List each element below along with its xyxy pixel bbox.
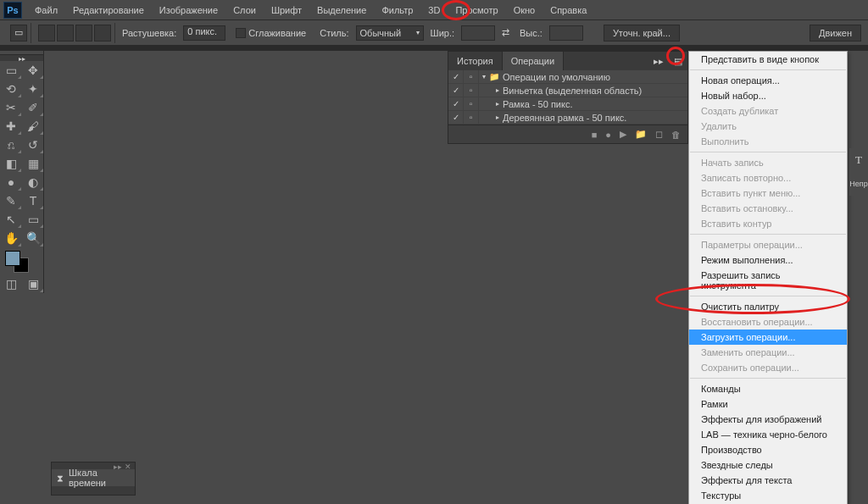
folder-icon: 📁	[489, 72, 499, 81]
ctx-replace-actions: Заменить операции...	[689, 345, 847, 360]
tab-actions[interactable]: Операции	[503, 52, 564, 70]
history-brush-tool-icon[interactable]: ↺	[22, 136, 44, 154]
menu-layers[interactable]: Слои	[225, 2, 264, 19]
toggle-check-icon[interactable]: ✓	[448, 97, 464, 111]
menu-image[interactable]: Изображение	[152, 2, 225, 19]
wand-tool-icon[interactable]: ✦	[22, 80, 44, 98]
color-swatches[interactable]	[0, 247, 43, 274]
ctx-button-mode[interactable]: Представить в виде кнопок	[689, 52, 847, 67]
ctx-clear-actions[interactable]: Очистить палитру	[689, 299, 847, 314]
ctx-new-set[interactable]: Новый набор...	[689, 88, 847, 103]
new-action-icon[interactable]: ◻	[655, 129, 663, 140]
swap-icon[interactable]: ⇄	[498, 27, 513, 38]
blur-tool-icon[interactable]: ●	[0, 173, 22, 191]
delete-icon[interactable]: 🗑	[671, 130, 681, 140]
menu-bar: Ps Файл Редактирование Изображение Слои …	[0, 0, 868, 20]
menu-edit[interactable]: Редактирование	[65, 2, 152, 19]
expand-arrow-icon[interactable]: ▾	[482, 73, 486, 80]
stamp-tool-icon[interactable]: ⎌	[0, 136, 22, 154]
record-icon[interactable]: ●	[605, 130, 611, 140]
action-row[interactable]: ✓ ▫ ▸Деревянная рамка - 50 пикс.	[448, 111, 687, 125]
new-set-icon[interactable]: 📁	[635, 129, 647, 140]
toggle-dialog-icon[interactable]: ▫	[464, 111, 479, 125]
height-input[interactable]	[549, 25, 583, 41]
refine-edge-button[interactable]: Уточн. край...	[604, 25, 680, 42]
expand-arrow-icon[interactable]: ▸	[496, 100, 499, 108]
motion-button[interactable]: Движен	[810, 25, 861, 42]
toggle-check-icon[interactable]: ✓	[448, 84, 464, 97]
menu-select[interactable]: Выделение	[309, 2, 374, 19]
ctx-save-actions: Сохранить операции...	[689, 360, 847, 375]
ctx-image-effects[interactable]: Эффекты для изображений	[689, 412, 847, 427]
menu-file[interactable]: Файл	[27, 2, 65, 19]
brush-tool-icon[interactable]: 🖌	[22, 117, 44, 136]
toggle-dialog-icon[interactable]: ▫	[464, 97, 479, 111]
action-set-row[interactable]: ✓ ▫ ▾📁Операции по умолчанию	[448, 70, 687, 84]
marquee-tool-icon[interactable]: ▭	[0, 61, 22, 80]
dodge-tool-icon[interactable]: ◐	[22, 173, 44, 191]
selection-add-icon[interactable]	[57, 25, 74, 42]
feather-input[interactable]: 0 пикс.	[183, 25, 225, 41]
selection-subtract-icon[interactable]	[75, 25, 92, 42]
shape-tool-icon[interactable]: ▭	[22, 210, 44, 229]
panel-collapse-icon[interactable]: ▸▸	[648, 56, 669, 67]
action-row[interactable]: ✓ ▫ ▸Виньетка (выделенная область)	[448, 84, 687, 97]
ctx-action-options: Параметры операции...	[689, 237, 847, 252]
crop-tool-icon[interactable]: ✂	[0, 98, 22, 117]
hand-tool-icon[interactable]: ✋	[0, 229, 22, 247]
tool-preset-icon[interactable]: ▭	[10, 25, 27, 42]
ctx-new-action[interactable]: Новая операция...	[689, 73, 847, 88]
play-icon[interactable]: ▶	[620, 129, 626, 140]
menu-help[interactable]: Справка	[542, 2, 594, 19]
antialias-checkbox[interactable]	[236, 28, 246, 38]
menu-3d[interactable]: 3D	[420, 2, 448, 19]
eraser-tool-icon[interactable]: ◧	[0, 154, 22, 173]
ctx-lab[interactable]: LAB — техника черно-белого	[689, 427, 847, 442]
tab-history[interactable]: История	[448, 52, 503, 70]
width-input[interactable]	[461, 25, 495, 41]
feather-label: Растушевка:	[119, 28, 180, 38]
right-panel-label[interactable]: Непр	[849, 172, 868, 196]
zoom-tool-icon[interactable]: 🔍	[22, 229, 44, 247]
ctx-textures[interactable]: Текстуры	[689, 488, 847, 503]
pen-tool-icon[interactable]: ✎	[0, 191, 22, 210]
panel-menu-icon[interactable]: ▤	[669, 56, 687, 67]
ctx-load-actions[interactable]: Загрузить операции...	[689, 330, 847, 345]
expand-arrow-icon[interactable]: ▸	[496, 114, 499, 121]
style-select[interactable]: Обычный▾	[356, 25, 424, 41]
menu-window[interactable]: Окно	[506, 2, 543, 19]
quickmask-tool-icon[interactable]: ◫	[0, 274, 22, 293]
panel-context-menu: Представить в виде кнопок Новая операция…	[688, 51, 848, 504]
action-row[interactable]: ✓ ▫ ▸Рамка - 50 пикс.	[448, 97, 687, 111]
ctx-playback-options[interactable]: Режим выполнения...	[689, 252, 847, 268]
expand-arrow-icon[interactable]: ▸	[496, 86, 499, 94]
menu-type[interactable]: Шрифт	[264, 2, 309, 19]
ctx-production[interactable]: Производство	[689, 442, 847, 457]
toggle-check-icon[interactable]: ✓	[448, 111, 464, 125]
timeline-tab[interactable]: ⧗ Шкала времени	[52, 469, 135, 486]
selection-intersect-icon[interactable]	[94, 25, 111, 42]
menu-view[interactable]: Просмотр	[448, 2, 505, 19]
type-tool-icon[interactable]: T	[22, 191, 44, 210]
ctx-text-effects[interactable]: Эффекты для текста	[689, 473, 847, 488]
ctx-star-trails[interactable]: Звездные следы	[689, 457, 847, 473]
menu-filter[interactable]: Фильтр	[374, 2, 420, 19]
right-panel-icon-type[interactable]: T	[849, 148, 868, 172]
toggle-dialog-icon[interactable]: ▫	[464, 84, 479, 97]
heal-tool-icon[interactable]: ✚	[0, 117, 22, 136]
lasso-tool-icon[interactable]: ⟲	[0, 80, 22, 98]
screenmode-tool-icon[interactable]: ▣	[22, 274, 44, 293]
ctx-frames[interactable]: Рамки	[689, 396, 847, 412]
ctx-record-again: Записать повторно...	[689, 170, 847, 186]
toggle-check-icon[interactable]: ✓	[448, 70, 464, 84]
path-tool-icon[interactable]: ↖	[0, 210, 22, 229]
eyedropper-tool-icon[interactable]: ✐	[22, 98, 44, 117]
tools-collapse[interactable]: ▸▸	[0, 54, 43, 61]
stop-icon[interactable]: ■	[592, 130, 598, 140]
selection-new-icon[interactable]	[38, 25, 55, 42]
move-tool-icon[interactable]: ✥	[22, 61, 44, 80]
toggle-dialog-icon[interactable]: ▫	[464, 70, 479, 84]
gradient-tool-icon[interactable]: ▦	[22, 154, 44, 173]
ctx-allow-tool-rec[interactable]: Разрешить запись инструмента	[689, 268, 847, 293]
ctx-commands[interactable]: Команды	[689, 381, 847, 396]
